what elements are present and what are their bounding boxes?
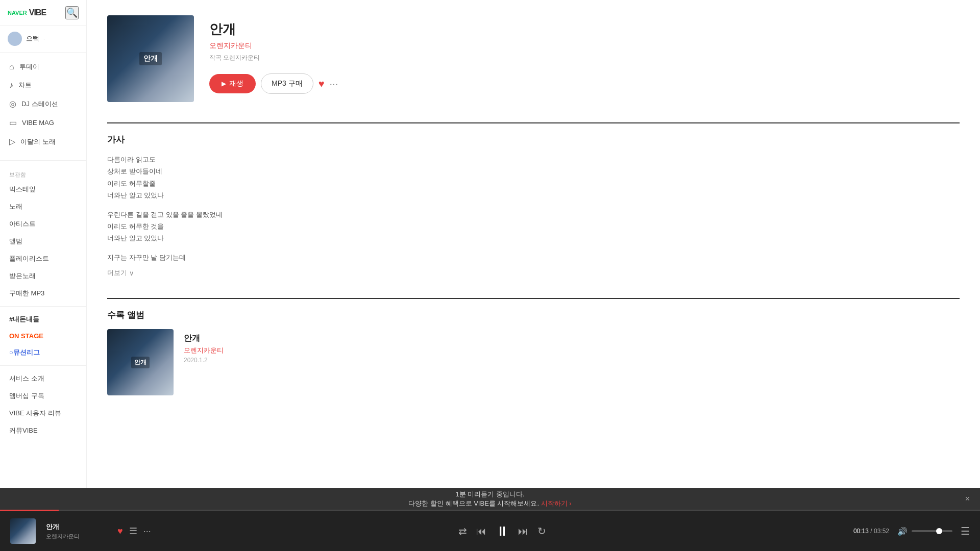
monthly-icon: ▷ — [9, 137, 15, 146]
lyrics-more-button[interactable]: 더보기 ∨ — [107, 268, 960, 278]
play-icon: ▶ — [222, 80, 226, 87]
pause-button[interactable]: ⏸ — [496, 523, 509, 539]
player-time: 00:13 / 03:52 — [853, 528, 889, 535]
mag-icon: ▭ — [9, 118, 17, 128]
album-cover[interactable]: 안개 — [107, 329, 174, 395]
chart-icon: ♪ — [9, 81, 13, 90]
volume-slider[interactable] — [912, 530, 952, 532]
song-actions: ▶ 재생 MP3 구매 ♥ ··· — [209, 73, 338, 94]
player-cover — [10, 518, 36, 544]
player-bar: 안개 오렌지카운티 ♥ ☰ ··· ⇄ ⏮ ⏸ ⏭ ↻ 00:13 / 03:5… — [0, 511, 980, 551]
banner-close-button[interactable]: × — [965, 494, 970, 504]
song-info: 안개 오렌지카운티 작곡 오렌지카운티 ▶ 재생 MP3 구매 ♥ ··· — [209, 15, 338, 94]
sidebar-item-today[interactable]: ⌂ 투데이 — [0, 58, 86, 76]
sidebar-nav: ⌂ 투데이 ♪ 차트 ◎ DJ 스테이션 ▭ VIBE MAG ▷ 이달의 노래 — [0, 53, 86, 156]
album-section-title: 수록 앨범 — [107, 309, 960, 321]
mp3-buy-button[interactable]: MP3 구매 — [261, 73, 313, 94]
next-button[interactable]: ⏭ — [518, 525, 528, 537]
album-card: 안개 안개 오렌지카운티 2020.1.2 — [107, 329, 960, 395]
lyrics-section-title: 가사 — [107, 134, 960, 145]
player-list-button[interactable]: ☰ — [129, 525, 137, 537]
player-time-total: 03:52 — [874, 528, 889, 535]
sidebar: NAVER VIBE 🔍 으뻑 · ⌂ 투데이 ♪ 차트 ◎ DJ 스테이션 — [0, 0, 87, 488]
sidebar-item-artists[interactable]: 아티스트 — [0, 215, 86, 233]
lyrics-line-8: 지구는 자꾸만 날 담기는데 — [107, 252, 960, 263]
sidebar-item-label: 차트 — [18, 81, 32, 90]
lyrics-line-5: 우린다른 길을 걷고 있을 줄을 몰랐었네 — [107, 209, 960, 220]
song-composer: 작곡 오렌지카운티 — [209, 54, 338, 62]
sidebar-item-mag[interactable]: ▭ VIBE MAG — [0, 113, 86, 132]
player-controls: ⇄ ⏮ ⏸ ⏭ ↻ — [161, 523, 843, 539]
player-time-current: 00:13 — [853, 528, 869, 535]
sidebar-item-community[interactable]: 커뮤VIBE — [0, 422, 86, 439]
album-date: 2020.1.2 — [184, 357, 224, 364]
sidebar-item-albums[interactable]: 앨범 — [0, 233, 86, 250]
user-name: 으뻑 — [26, 34, 39, 43]
banner-link[interactable]: 시작하기 › — [541, 499, 572, 507]
lyrics-line-7: 너와난 알고 있었나 — [107, 232, 960, 244]
sidebar-item-membership[interactable]: 멤버십 구독 — [0, 387, 86, 405]
lyrics-spacer-2 — [107, 244, 960, 252]
sidebar-item-songs[interactable]: 노래 — [0, 198, 86, 215]
player-actions-left: ♥ ☰ ··· — [117, 525, 151, 537]
lyrics-line-6: 이리도 허무한 것을 — [107, 220, 960, 232]
volume-button[interactable]: 🔊 — [897, 527, 908, 536]
sidebar-item-received[interactable]: 받은노래 — [0, 267, 86, 285]
more-button[interactable]: ··· — [330, 78, 338, 90]
player-time-separator: / — [870, 528, 874, 535]
album-info: 안개 오렌지카운티 2020.1.2 — [184, 329, 224, 364]
song-artist-link[interactable]: 오렌지카운티 — [209, 41, 338, 51]
home-icon: ⌂ — [9, 62, 14, 71]
player-info: 안개 오렌지카운티 — [46, 522, 107, 540]
album-section: 수록 앨범 안개 안개 오렌지카운티 2020.1.2 — [107, 298, 960, 395]
play-button[interactable]: ▶ 재생 — [209, 74, 256, 93]
sidebar-logo: NAVER VIBE — [8, 8, 46, 17]
sidebar-item-review[interactable]: VIBE 사용자 리뷰 — [0, 405, 86, 422]
heart-button[interactable]: ♥ — [318, 78, 325, 90]
player-song-title: 안개 — [46, 522, 107, 532]
search-button[interactable]: 🔍 — [65, 6, 79, 19]
chevron-down-icon: ∨ — [129, 269, 134, 277]
sidebar-item-dj[interactable]: ◎ DJ 스테이션 — [0, 94, 86, 113]
sidebar-divider-1 — [0, 160, 86, 161]
bottom-banner: 1분 미리듣기 중입니다. 다양한 할인 혜택으로 VIBE를 시작해보세요. … — [0, 488, 980, 510]
lyrics-line-4: 너와난 알고 있었나 — [107, 189, 960, 201]
shuffle-button[interactable]: ⇄ — [458, 525, 467, 537]
player-menu-button[interactable]: ☰ — [961, 525, 970, 537]
sidebar-tag-musicleague[interactable]: ○뮤션리그 — [0, 344, 86, 361]
progress-bar-container[interactable] — [0, 510, 980, 511]
player-cover-image — [10, 518, 36, 544]
album-artist-link[interactable]: 오렌지카운티 — [184, 346, 224, 355]
sidebar-tag-myplace[interactable]: #내돈내들 — [0, 311, 86, 328]
song-header: 안개 안개 오렌지카운티 작곡 오렌지카운티 ▶ 재생 MP3 구매 ♥ ··· — [107, 15, 960, 102]
repeat-button[interactable]: ↻ — [537, 525, 546, 537]
sidebar-item-chart[interactable]: ♪ 차트 — [0, 76, 86, 94]
previous-button[interactable]: ⏮ — [476, 525, 486, 537]
sidebar-tag-onstage[interactable]: ON STAGE — [0, 328, 86, 344]
player-heart-button[interactable]: ♥ — [117, 526, 123, 537]
sidebar-divider-3 — [0, 365, 86, 366]
lyrics-spacer-1 — [107, 202, 960, 209]
sidebar-user[interactable]: 으뻑 · — [0, 26, 86, 53]
sidebar-item-playlists[interactable]: 플레이리스트 — [0, 250, 86, 267]
song-cover: 안개 — [107, 15, 194, 102]
sidebar-item-mixtape[interactable]: 믹스테잎 — [0, 181, 86, 198]
volume-control: 🔊 — [897, 527, 952, 536]
sidebar-item-about[interactable]: 서비스 소개 — [0, 370, 86, 387]
sidebar-item-label: 투데이 — [19, 62, 39, 71]
banner-text: 1분 미리듣기 중입니다. 다양한 할인 혜택으로 VIBE를 시작해보세요. … — [408, 490, 571, 508]
album-cover-text: 안개 — [131, 357, 150, 368]
dj-icon: ◎ — [9, 99, 16, 109]
player-song-artist: 오렌지카운티 — [46, 533, 107, 540]
sidebar-item-monthly[interactable]: ▷ 이달의 노래 — [0, 132, 86, 151]
player-more-button[interactable]: ··· — [143, 526, 151, 537]
album-name[interactable]: 안개 — [184, 333, 224, 344]
sidebar-header: NAVER VIBE 🔍 — [0, 0, 86, 26]
library-section-title: 보관함 — [0, 165, 86, 181]
lyrics-line-3: 이리도 허무할줄 — [107, 178, 960, 189]
song-cover-text: 안개 — [139, 52, 162, 65]
logo-vibe: VIBE — [29, 8, 46, 17]
lyrics-line-2: 상처로 받아들이네 — [107, 165, 960, 177]
sidebar-item-purchased-mp3[interactable]: 구매한 MP3 — [0, 285, 86, 302]
lyrics-line-1: 다름이라 읽고도 — [107, 154, 960, 165]
